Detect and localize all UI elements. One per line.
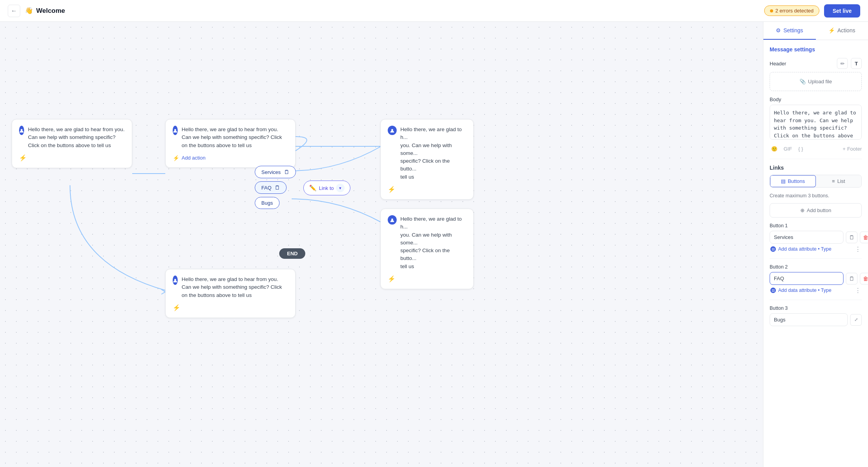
action-icon: ⚡ [173, 155, 179, 161]
bugs-pill[interactable]: Bugs [255, 197, 280, 209]
node-icon-4 [388, 215, 397, 225]
button1-delete-btn[interactable]: 🗑 [860, 232, 868, 243]
node-lightning-4: ⚡ [388, 275, 466, 283]
add-attr-row-1: ▤ Add data attribute • Type ⋮ [770, 245, 862, 253]
button1-emoji-btn[interactable]: 🗒 [846, 232, 858, 243]
upload-area[interactable]: 📎 Upload file [770, 72, 862, 91]
add-attr-text-2: Add data attribute [778, 288, 817, 293]
button-pills: Services 🗒 FAQ 🗒 Bugs [255, 166, 296, 209]
button1-input[interactable] [770, 231, 844, 244]
header-label-row: Header ✏ T [770, 58, 862, 69]
link-to-button[interactable]: ✏️ Link to ▾ [303, 181, 350, 195]
footer-label: Footer [847, 146, 862, 152]
header-left: ← 👋 Welcome [8, 5, 65, 17]
settings-gear-icon: ⚙ [776, 27, 781, 33]
panel-tabs: ⚙ Settings ⚡ Actions [763, 22, 868, 40]
node-text-5: Hello there, we are glad to hear from yo… [182, 276, 288, 299]
tab-settings[interactable]: ⚙ Settings [763, 22, 816, 40]
end-node: END [279, 248, 305, 259]
end-label: END [287, 251, 298, 256]
divider-3 [770, 300, 862, 300]
flow-node-4: Hello there, we are glad to h...you. Can… [380, 209, 474, 289]
add-button-row[interactable]: ⊕ Add button [770, 203, 862, 218]
actions-lightning-icon: ⚡ [828, 27, 835, 33]
errors-dot [770, 9, 773, 12]
add-attr-label-2[interactable]: Add data attribute • Type [778, 288, 831, 293]
plus-icon: + [843, 146, 846, 152]
upload-clip-icon: 📎 [800, 79, 806, 84]
list-icon: ≡ [832, 178, 835, 184]
node-lightning-3: ⚡ [388, 186, 466, 193]
node-text-4: Hello there, we are glad to h...you. Can… [401, 215, 466, 270]
services-pill[interactable]: Services 🗒 [255, 166, 296, 178]
button2-emoji-btn[interactable]: 🗒 [846, 273, 858, 284]
body-textarea[interactable] [770, 105, 862, 140]
button2-label: Button 2 [770, 264, 862, 270]
footer-btn[interactable]: + Footer [843, 146, 862, 152]
body-section-label: Body [770, 97, 862, 102]
node-lightning-5: ⚡ [173, 304, 288, 311]
flow-canvas: Hello there, we are glad to hear from yo… [0, 22, 763, 467]
button2-delete-btn[interactable]: 🗑 [860, 273, 868, 284]
node-text-2: Hello there, we are glad to hear from yo… [182, 126, 288, 149]
faq-pill-icon: 🗒 [275, 184, 280, 191]
toggle-list[interactable]: ≡ List [816, 175, 862, 187]
node-icon-3 [388, 126, 397, 135]
more-btn-1[interactable]: ⋮ [854, 245, 862, 253]
add-action-label: Add action [182, 155, 205, 161]
node-icon-1 [19, 126, 24, 135]
emoji-tool[interactable]: 🙂 [770, 144, 779, 153]
flow-node-3: Hello there, we are glad to h...you. Can… [380, 119, 474, 200]
header-icons: ✏ T [837, 58, 862, 69]
back-button[interactable]: ← [8, 5, 20, 17]
attr-dot-2: ▤ [770, 288, 776, 293]
link-to-chevron: ▾ [336, 184, 345, 192]
flow-node-5: Hello there, we are glad to hear from yo… [165, 269, 296, 318]
gif-tool[interactable]: GIF [782, 144, 794, 153]
title-text: Welcome [36, 7, 65, 15]
create-max-text: Create maximum 3 buttons. [770, 193, 862, 198]
button3-label: Button 3 [770, 305, 862, 311]
settings-tab-label: Settings [783, 27, 803, 33]
text-icon-btn[interactable]: T [851, 58, 862, 69]
node-icon-2 [173, 126, 178, 135]
button3-row: ⤢ [770, 313, 862, 326]
add-btn-circle-icon: ⊕ [800, 207, 805, 213]
tab-actions[interactable]: ⚡ Actions [816, 22, 868, 40]
faq-pill[interactable]: FAQ 🗒 [255, 181, 287, 194]
toggle-tabs: ▤ Buttons ≡ List [770, 175, 862, 188]
flow-node-1: Hello there, we are glad to hear from yo… [12, 119, 132, 168]
add-action-link[interactable]: ⚡ Add action [173, 155, 288, 161]
toggle-buttons[interactable]: ▤ Buttons [770, 175, 816, 187]
add-attr-text-1: Add data attribute [778, 246, 817, 252]
page-title: 👋 Welcome [25, 7, 65, 15]
edit-icon-btn[interactable]: ✏ [837, 58, 848, 69]
add-button-label: Add button [807, 207, 831, 213]
body-toolbar: 🙂 GIF { } + Footer [770, 144, 862, 153]
type-label-1: Type [821, 246, 831, 252]
add-attr-label-1[interactable]: Add data attribute • Type [778, 246, 831, 252]
buttons-tab-label: Buttons [788, 178, 805, 184]
flow-node-2: Hello there, we are glad to hear from yo… [165, 119, 296, 168]
set-live-button[interactable]: Set live [824, 4, 860, 18]
button1-label: Button 1 [770, 223, 862, 228]
button3-input[interactable] [770, 313, 848, 326]
code-tool[interactable]: { } [797, 144, 805, 153]
button3-expand-btn[interactable]: ⤢ [850, 314, 862, 326]
more-btn-2[interactable]: ⋮ [854, 286, 862, 294]
type-label-2: Type [821, 288, 831, 293]
node-icon-5 [173, 276, 178, 285]
header-right: 2 errors detected Set live [764, 4, 860, 18]
divider-1 [770, 159, 862, 159]
add-attr-row-2: ▤ Add data attribute • Type ⋮ [770, 286, 862, 294]
button2-input[interactable] [770, 272, 844, 285]
header-label-text: Header [770, 61, 786, 67]
button2-row: 🗒 🗑 [770, 272, 862, 285]
services-pill-text: Services [261, 169, 281, 175]
node-text-1: Hello there, we are glad to hear from yo… [28, 126, 125, 149]
links-label: Links [770, 165, 862, 171]
services-pill-icon: 🗒 [284, 169, 289, 175]
message-settings-title: Message settings [770, 46, 862, 53]
divider-2 [770, 258, 862, 259]
attr-dot-1: ▤ [770, 246, 776, 252]
